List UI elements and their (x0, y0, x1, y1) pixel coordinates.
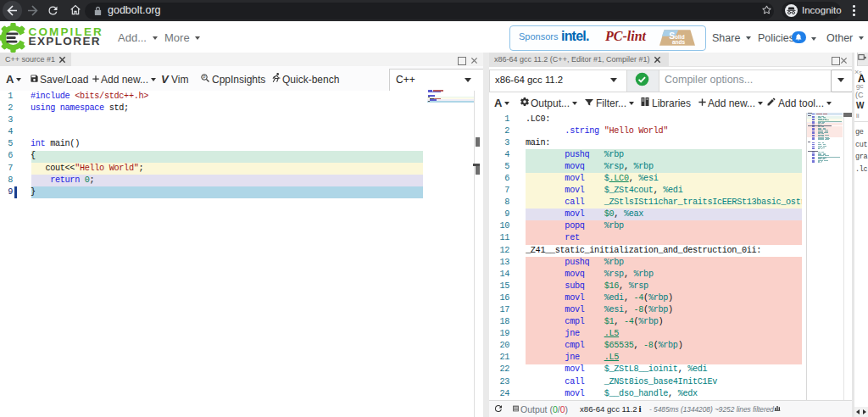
svg-text:P: P (203, 75, 206, 80)
svg-text:ands: ands (672, 38, 686, 44)
